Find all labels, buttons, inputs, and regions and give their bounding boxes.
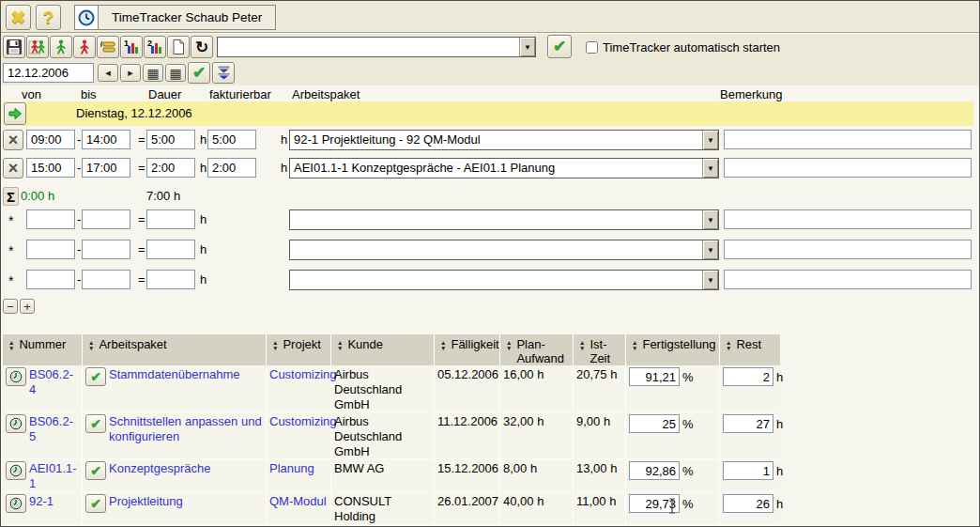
task-quick-select[interactable]: ▼ [217, 37, 536, 57]
bemerkung-input[interactable] [724, 130, 972, 149]
apply-task-button[interactable]: ✔ [547, 35, 572, 58]
projekt-link[interactable]: Planung [269, 461, 314, 475]
calendar-week-button[interactable]: ▦ [165, 64, 186, 82]
sort-icon[interactable]: ▲▼ [88, 340, 94, 350]
delete-entry-button[interactable]: × [3, 158, 23, 178]
dropdown-arrow-icon[interactable]: ▼ [702, 271, 718, 289]
dauer-input[interactable] [146, 130, 195, 149]
arbeitspaket-link[interactable]: Konzeptgespräche [109, 461, 264, 476]
arbeitspaket-select[interactable]: 92-1 Projektleitung - 92 QM-Modul ▼ [289, 130, 719, 150]
refresh-button[interactable]: ↻ [191, 36, 213, 58]
arbeitspaket-link[interactable]: Stammdatenübernahme [109, 367, 264, 382]
dropdown-arrow-icon[interactable]: ▼ [519, 38, 535, 56]
sort-icon[interactable]: ▲▼ [726, 340, 731, 350]
fertigstellung-input[interactable] [629, 414, 680, 433]
nummer-link[interactable]: 92-1 [29, 494, 78, 509]
von-input[interactable] [26, 209, 75, 229]
date-input[interactable] [3, 63, 94, 83]
bis-input[interactable] [82, 270, 130, 289]
von-input[interactable] [26, 130, 75, 149]
next-day-button[interactable]: ▸ [120, 64, 141, 82]
sort-icon[interactable]: ▲▼ [506, 340, 512, 350]
fertigstellung-input[interactable] [629, 461, 680, 480]
sort-icon[interactable]: ▲▼ [272, 340, 278, 350]
timer-clock-button[interactable] [6, 494, 26, 513]
header-arbeitspaket[interactable]: ▲▼ Arbeitspaket [83, 334, 267, 365]
von-input[interactable] [26, 270, 75, 289]
complete-check-button[interactable]: ✔ [85, 367, 106, 386]
header-rest[interactable]: ▲▼ Rest [720, 334, 780, 365]
new-entry-button[interactable] [167, 36, 190, 58]
calendar-button[interactable]: ▦ [143, 64, 163, 82]
sort-icon[interactable]: ▲▼ [440, 340, 446, 350]
start-recording-button[interactable] [50, 36, 72, 58]
fakturierbar-input[interactable] [207, 130, 256, 149]
delete-entry-button[interactable]: × [3, 130, 23, 150]
bemerkung-input[interactable] [724, 240, 972, 259]
header-nummer[interactable]: ▲▼ Nummer [3, 334, 83, 365]
add-row-button[interactable]: + [20, 299, 35, 314]
bemerkung-input[interactable] [724, 158, 972, 178]
dauer-input[interactable] [146, 270, 195, 289]
timer-clock-button[interactable] [6, 414, 26, 433]
stop-recording-button[interactable] [73, 36, 96, 58]
sort-icon[interactable]: ▲▼ [337, 340, 343, 350]
confirm-date-button[interactable]: ✔ [188, 62, 210, 84]
header-faelligkeit[interactable]: ▲▼ Fälligkeit [435, 334, 500, 365]
rest-input[interactable] [723, 461, 773, 480]
dropdown-arrow-icon[interactable]: ▼ [702, 159, 718, 178]
remove-row-button[interactable]: − [3, 299, 18, 314]
bis-input[interactable] [82, 240, 130, 259]
projekt-link[interactable]: QM-Modul [269, 494, 327, 508]
projekt-link[interactable]: Customizing [269, 367, 337, 381]
header-plan-aufwand[interactable]: ▲▼ Plan-Aufwand [500, 334, 574, 365]
nummer-link[interactable]: BS06.2-4 [29, 367, 78, 397]
layers-button[interactable] [97, 36, 119, 58]
complete-check-button[interactable]: ✔ [85, 461, 106, 480]
header-ist-zeit[interactable]: ▲▼ Ist-Zeit [574, 334, 626, 365]
report-1-button[interactable]: 1 [120, 36, 143, 58]
help-button[interactable]: ? [36, 5, 61, 30]
nummer-link[interactable]: BS06.2-5 [29, 414, 78, 444]
complete-check-button[interactable]: ✔ [85, 494, 106, 513]
save-button[interactable] [3, 36, 25, 58]
projekt-link[interactable]: Customizing [269, 414, 337, 428]
autostart-checkbox[interactable] [586, 41, 598, 54]
arbeitspaket-select[interactable]: ▼ [289, 270, 719, 290]
rest-input[interactable] [723, 414, 773, 433]
report-2-button[interactable]: 2 [144, 36, 166, 58]
dauer-input[interactable] [146, 240, 195, 259]
previous-day-button[interactable]: ◂ [98, 64, 118, 82]
fakturierbar-input[interactable] [207, 158, 256, 178]
complete-check-button[interactable]: ✔ [85, 414, 106, 433]
header-kunde[interactable]: ▲▼ Kunde [331, 334, 435, 365]
rest-input[interactable] [723, 494, 773, 513]
fertigstellung-input[interactable] [629, 494, 680, 513]
bis-input[interactable] [82, 209, 130, 229]
sort-icon[interactable]: ▲▼ [632, 340, 637, 350]
arbeitspaket-select[interactable]: AEI01.1-1 Konzeptgespräche - AEI01.1 Pla… [289, 158, 719, 178]
timer-clock-button[interactable] [6, 367, 26, 386]
close-button[interactable]: ✖ [6, 5, 31, 30]
header-fertigstellung[interactable]: ▲▼ Fertigstellung [626, 334, 720, 365]
dropdown-arrow-icon[interactable]: ▼ [702, 210, 718, 229]
bis-input[interactable] [82, 130, 130, 149]
sort-icon[interactable]: ▲▼ [579, 340, 585, 350]
dropdown-arrow-icon[interactable]: ▼ [702, 131, 718, 149]
team-times-button[interactable] [26, 36, 49, 58]
dauer-input[interactable] [146, 209, 195, 229]
jump-to-day-button[interactable] [4, 102, 26, 125]
bemerkung-input[interactable] [724, 270, 972, 289]
app-tab[interactable]: TimeTracker Schaub Peter [74, 5, 276, 30]
rest-input[interactable] [723, 367, 773, 386]
dropdown-arrow-icon[interactable]: ▼ [702, 240, 718, 259]
von-input[interactable] [26, 158, 75, 178]
header-projekt[interactable]: ▲▼ Projekt [267, 334, 331, 365]
nummer-link[interactable]: AEI01.1-1 [29, 461, 78, 491]
bis-input[interactable] [82, 158, 130, 178]
fertigstellung-input[interactable] [629, 367, 680, 386]
arbeitspaket-link[interactable]: Schnittstellen anpassen und konfiguriere… [109, 414, 264, 444]
dauer-input[interactable] [146, 158, 195, 178]
timer-clock-button[interactable] [6, 461, 26, 480]
sort-icon[interactable]: ▲▼ [8, 340, 14, 350]
